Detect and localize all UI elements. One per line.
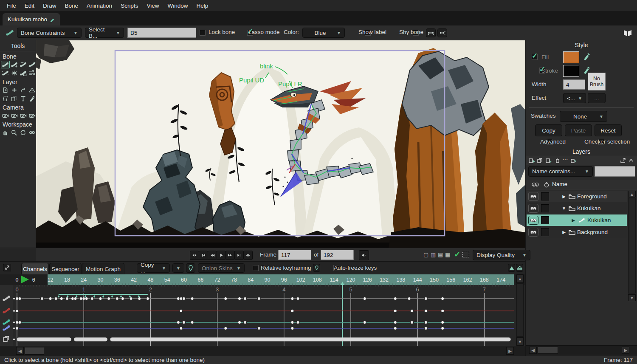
- reference-layer-icon[interactable]: [570, 158, 577, 164]
- bone-name-input[interactable]: B5: [127, 28, 196, 38]
- tool-text-tool-button[interactable]: [19, 95, 28, 102]
- visibility-toggle[interactable]: [528, 216, 538, 225]
- step-back-button[interactable]: [208, 251, 217, 260]
- tool-mode-dropdown[interactable]: Bone Constraints ▼: [17, 28, 82, 38]
- timeline-scroll-left-button[interactable]: ◀: [16, 347, 24, 355]
- timeline-hscroll-thumb[interactable]: [25, 347, 44, 355]
- bone-color-dropdown[interactable]: Blue ▼: [302, 28, 345, 38]
- style-copy-button[interactable]: Copy: [535, 124, 562, 136]
- tab-motion-graph[interactable]: Motion Graph: [82, 263, 124, 274]
- menu-item-edit[interactable]: Edit: [20, 3, 39, 9]
- fill-eyedropper-icon[interactable]: [583, 52, 590, 61]
- relative-keyframing-checkbox[interactable]: [253, 265, 259, 271]
- tool-eyedropper-button[interactable]: [28, 95, 37, 102]
- timeline-vscrollbar[interactable]: [516, 283, 524, 337]
- menu-item-animation[interactable]: Animation: [82, 3, 116, 9]
- layers-scroll-left-button[interactable]: ◀: [529, 347, 537, 354]
- copy-keyframes-dropdown[interactable]: Copy ... ▼: [137, 263, 170, 273]
- menu-item-bone[interactable]: Bone: [61, 3, 83, 9]
- tool-mask-layer-button[interactable]: [28, 86, 37, 94]
- duplicate-layer-icon[interactable]: [537, 158, 544, 164]
- tool-camera-track-button[interactable]: [1, 112, 10, 119]
- bone-blue-channel-icon[interactable]: [2, 324, 12, 332]
- menu-item-draw[interactable]: Draw: [39, 3, 61, 9]
- width-input[interactable]: 4: [563, 79, 585, 90]
- menu-item-window[interactable]: Window: [163, 3, 192, 9]
- layers-scroll-right-button[interactable]: ▶: [622, 347, 629, 354]
- view-split-vertical-icon[interactable]: ▥: [431, 252, 436, 257]
- timeline-ruler[interactable]: 0612182430364248546066727884909610210811…: [0, 274, 525, 285]
- view-single-icon[interactable]: ▢: [423, 252, 428, 257]
- expand-timeline-icon[interactable]: [3, 264, 11, 271]
- layer-channel-icon[interactable]: [2, 336, 12, 343]
- prev-keyframe-button[interactable]: [199, 251, 208, 260]
- display-quality-dropdown[interactable]: Display Quality ▼: [473, 250, 530, 260]
- tool-camera-pan-button[interactable]: [28, 112, 37, 119]
- expand-arrow-icon[interactable]: ▶: [561, 194, 567, 199]
- bone-red-channel-icon[interactable]: [2, 307, 12, 315]
- copy-layer-icon[interactable]: [545, 158, 552, 164]
- tool-pan-workspace-button[interactable]: [1, 129, 10, 136]
- tool-rotate-workspace-button[interactable]: [19, 129, 28, 136]
- jump-start-button[interactable]: [190, 251, 199, 260]
- keyframe-marker-button[interactable]: [186, 263, 195, 273]
- timeline-scroll-right-button[interactable]: ▶: [506, 347, 514, 355]
- menu-item-scripts[interactable]: Scripts: [116, 3, 142, 9]
- layers-vscrollbar[interactable]: [628, 198, 636, 293]
- stroke-color-swatch[interactable]: [563, 65, 579, 77]
- tool-camera-roll-button[interactable]: [19, 112, 28, 119]
- tool-freehand-button[interactable]: [1, 95, 10, 102]
- tool-add-bone-button[interactable]: [10, 61, 19, 68]
- layer-color-swatch[interactable]: [541, 204, 549, 212]
- swatches-dropdown[interactable]: None ▼: [560, 111, 607, 122]
- crop-region-icon[interactable]: [462, 252, 469, 257]
- tool-zoom-workspace-button[interactable]: [10, 129, 19, 136]
- enable-drawing-check-icon[interactable]: ✓: [454, 249, 461, 259]
- expand-arrow-icon[interactable]: ▶: [561, 230, 567, 234]
- jump-end-button[interactable]: [243, 251, 253, 260]
- play-button[interactable]: [217, 251, 226, 260]
- lock-bone-checkbox[interactable]: [200, 30, 206, 36]
- timeline-scroll-down-button[interactable]: ▼: [516, 337, 524, 346]
- bone-label-blink[interactable]: blink: [260, 62, 273, 70]
- layer-filter-dropdown[interactable]: Name contains... ▼: [528, 166, 593, 177]
- expand-arrow-icon[interactable]: ▶: [570, 218, 576, 223]
- timeline-shrink-button[interactable]: [508, 264, 515, 272]
- document-tab[interactable]: Kukulkan.moho: [3, 13, 60, 25]
- split-bone-button[interactable]: [426, 28, 436, 37]
- collapse-panel-icon[interactable]: [629, 158, 634, 163]
- view-quad-icon[interactable]: ▦: [445, 252, 450, 257]
- menu-item-file[interactable]: File: [3, 3, 20, 9]
- new-layer-icon[interactable]: [528, 158, 535, 164]
- keyframe-options-dropdown[interactable]: ▼: [172, 263, 184, 273]
- canvas-viewport[interactable]: blink Pupil UD Pupil LR: [36, 40, 525, 248]
- current-frame-input[interactable]: 117: [278, 250, 311, 260]
- layers-hscrollbar[interactable]: ◀ ▶: [526, 345, 637, 355]
- layers-scroll-up-button[interactable]: ▲: [628, 191, 636, 198]
- menu-item-help[interactable]: Help: [192, 3, 212, 9]
- layer-color-swatch[interactable]: [541, 228, 549, 236]
- tool-bone-dynamics-button[interactable]: [10, 69, 19, 77]
- tool-add-point-button[interactable]: [10, 86, 19, 94]
- tab-sequencer[interactable]: Sequencer: [49, 263, 82, 274]
- bone-label-pupil-ud[interactable]: Pupil UD: [239, 76, 264, 84]
- fill-checkbox[interactable]: ✓: [532, 54, 538, 60]
- visibility-toggle[interactable]: [528, 204, 538, 213]
- layer-more-icon[interactable]: ⋯: [562, 156, 568, 163]
- layer-row-background[interactable]: ▶ Background: [527, 226, 627, 238]
- tool-reparent-bone-button[interactable]: [19, 61, 28, 68]
- timeline-tracks[interactable]: 01234567: [0, 285, 525, 346]
- effect-more-button[interactable]: ...: [588, 93, 606, 103]
- layers-hscroll-thumb[interactable]: [538, 347, 558, 354]
- tool-copy-layer-button[interactable]: [10, 95, 19, 102]
- merge-bone-button[interactable]: [437, 28, 447, 37]
- select-bone-dropdown[interactable]: Select B... ▼: [85, 28, 124, 38]
- effect-dropdown[interactable]: <... ▼: [563, 93, 586, 103]
- layer-color-swatch[interactable]: [541, 216, 549, 224]
- tool-bind-layer-button[interactable]: [19, 69, 28, 77]
- layer-row-foreground[interactable]: ▶ Foreground: [527, 191, 627, 202]
- tool-translate-bone-button[interactable]: [28, 61, 37, 68]
- tool-curvature-button[interactable]: [19, 86, 28, 94]
- style-paste-button[interactable]: Paste: [565, 124, 592, 136]
- onion-skins-dropdown[interactable]: Onion Skins ▼: [198, 263, 245, 273]
